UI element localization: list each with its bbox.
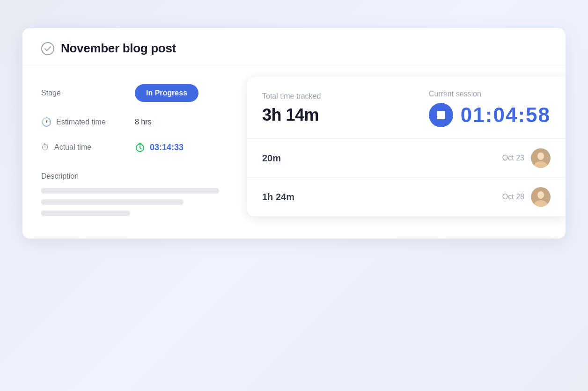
description-skeleton-1	[41, 188, 219, 194]
log-date: Oct 23	[502, 154, 524, 162]
clock-icon: 🕐	[41, 117, 51, 127]
avatar-image	[531, 148, 551, 168]
session-time: 01:04:58	[461, 103, 551, 127]
avatar-2	[531, 187, 551, 207]
total-time-value: 3h 14m	[262, 105, 321, 125]
log-date-2: Oct 28	[502, 193, 524, 201]
task-title: November blog post	[61, 41, 176, 56]
svg-point-5	[538, 153, 544, 159]
avatar-image-2	[531, 187, 551, 207]
estimated-label: 🕐 Estimated time	[41, 117, 135, 127]
estimated-time-row: 🕐 Estimated time 8 hrs	[41, 117, 219, 127]
log-right: Oct 23	[502, 148, 551, 168]
actual-time-value: 03:14:33	[135, 142, 184, 152]
stop-icon	[437, 111, 445, 119]
log-row-2: 1h 24m Oct 28	[247, 178, 566, 217]
main-card: November blog post Stage In Progress 🕐 E…	[22, 28, 566, 239]
actual-label: ⏱ Actual time	[41, 143, 135, 152]
log-duration-2: 1h 24m	[262, 192, 294, 203]
total-time-section: Total time tracked 3h 14m	[262, 92, 321, 125]
actual-time-row: ⏱ Actual time 03:14:33	[41, 142, 219, 152]
tracker-top: Total time tracked 3h 14m Current sessio…	[247, 77, 566, 139]
card-header: November blog post	[22, 28, 566, 67]
avatar	[531, 148, 551, 168]
description-skeleton-3	[41, 210, 130, 216]
description-skeleton-2	[41, 199, 184, 205]
timer-icon: ⏱	[41, 143, 50, 152]
current-session-section: Current session 01:04:58	[429, 90, 551, 127]
check-circle-icon	[41, 42, 54, 55]
stop-button[interactable]	[429, 103, 453, 127]
log-row: 20m Oct 23	[247, 139, 566, 178]
log-right-2: Oct 28	[502, 187, 551, 207]
svg-point-9	[538, 192, 544, 198]
fields-column: Stage In Progress 🕐 Estimated time 8 hrs…	[41, 84, 219, 222]
tracker-panel: Total time tracked 3h 14m Current sessio…	[247, 77, 566, 217]
stage-badge: In Progress	[135, 84, 198, 102]
description-label: Description	[41, 172, 219, 181]
svg-point-0	[42, 43, 54, 55]
description-section: Description	[41, 172, 219, 222]
log-duration: 20m	[262, 153, 281, 164]
green-timer-icon	[135, 142, 145, 152]
current-session-label: Current session	[429, 90, 551, 98]
estimated-value: 8 hrs	[135, 118, 152, 126]
stage-label: Stage	[41, 89, 135, 97]
session-controls: 01:04:58	[429, 103, 551, 127]
card-body: Stage In Progress 🕐 Estimated time 8 hrs…	[22, 67, 566, 239]
total-time-label: Total time tracked	[262, 92, 321, 101]
stage-row: Stage In Progress	[41, 84, 219, 102]
